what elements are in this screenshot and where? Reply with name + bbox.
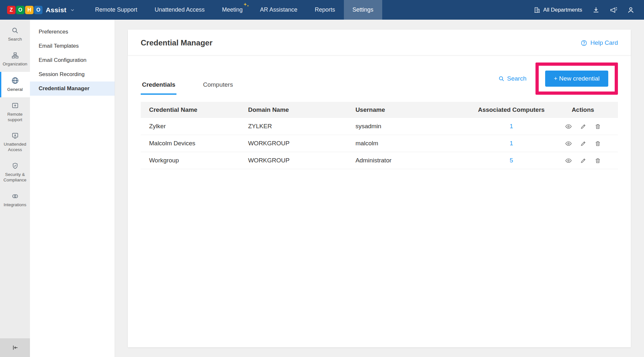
zoho-logo-letter: Z bbox=[7, 6, 15, 14]
submenu-item-email-templates[interactable]: Email Templates bbox=[30, 39, 115, 53]
zoho-logo: Z O H O bbox=[7, 6, 43, 14]
icon-sidebar: Search Organization General Remote suppo… bbox=[0, 20, 30, 357]
view-icon[interactable] bbox=[565, 123, 572, 130]
settings-submenu: Preferences Email Templates Email Config… bbox=[30, 20, 115, 357]
sidebar-item-label: Search bbox=[8, 37, 22, 42]
search-icon bbox=[12, 27, 19, 34]
table-row: Malcolm Devices WORKGROUP malcolm 1 bbox=[141, 135, 618, 152]
zoho-logo-letter: O bbox=[16, 6, 24, 14]
globe-icon bbox=[11, 77, 19, 84]
shield-icon bbox=[12, 162, 19, 169]
sidebar-item-label: General bbox=[7, 87, 23, 92]
zoho-logo-letter: H bbox=[25, 6, 33, 14]
top-navigation-bar: Z O H O Assist Remote Support Unattended… bbox=[0, 0, 644, 20]
collapse-sidebar-button[interactable] bbox=[0, 338, 30, 357]
page-title: Credential Manager bbox=[141, 38, 213, 47]
unattended-access-icon bbox=[12, 132, 19, 139]
cell-username: malcolm bbox=[355, 140, 475, 147]
sidebar-item-label: Remote support bbox=[2, 112, 28, 123]
toolbar: Credentials Computers Search + New crede… bbox=[128, 55, 631, 95]
credential-manager-card: Credential Manager Help Card Credentials… bbox=[128, 30, 631, 347]
tab-computers[interactable]: Computers bbox=[202, 78, 234, 95]
announcement-icon[interactable] bbox=[610, 6, 617, 14]
cell-credential-name: Malcolm Devices bbox=[141, 140, 248, 147]
download-icon[interactable] bbox=[592, 6, 600, 14]
sidebar-item-integrations[interactable]: Integrations bbox=[0, 188, 30, 213]
sidebar-item-general[interactable]: General bbox=[0, 72, 30, 97]
column-header-domain-name: Domain Name bbox=[248, 106, 355, 113]
column-header-associated-computers: Associated Computers bbox=[475, 106, 551, 113]
nav-meeting-label: Meeting bbox=[222, 6, 242, 13]
submenu-item-preferences[interactable]: Preferences bbox=[30, 25, 115, 39]
cell-domain-name: ZYLKER bbox=[248, 123, 355, 130]
collapse-icon bbox=[12, 344, 19, 351]
sidebar-item-organization[interactable]: Organization bbox=[0, 47, 30, 72]
nav-meeting[interactable]: Meeting bbox=[213, 0, 251, 20]
card-header: Credential Manager Help Card bbox=[128, 30, 631, 55]
nav-remote-support[interactable]: Remote Support bbox=[86, 0, 146, 20]
annotation-highlight: + New credential bbox=[535, 63, 618, 95]
search-icon bbox=[498, 76, 505, 82]
brand: Z O H O Assist bbox=[0, 0, 86, 20]
sidebar-item-label: Organization bbox=[3, 62, 27, 67]
help-circle-icon bbox=[581, 40, 587, 46]
view-icon[interactable] bbox=[565, 140, 572, 147]
sidebar-item-label: Security & Compliance bbox=[2, 172, 28, 183]
tab-credentials[interactable]: Credentials bbox=[141, 78, 176, 95]
nav-unattended-access[interactable]: Unattended Access bbox=[146, 0, 213, 20]
sidebar-item-label: Unattended Access bbox=[2, 142, 28, 153]
chevron-down-icon[interactable] bbox=[70, 8, 75, 12]
help-card-link[interactable]: Help Card bbox=[581, 39, 618, 46]
column-header-username: Username bbox=[355, 106, 475, 113]
associated-computers-link[interactable]: 5 bbox=[510, 157, 513, 164]
cell-domain-name: WORKGROUP bbox=[248, 157, 355, 164]
edit-icon[interactable] bbox=[580, 123, 586, 130]
edit-icon[interactable] bbox=[580, 157, 586, 164]
product-name: Assist bbox=[46, 6, 66, 14]
submenu-item-credential-manager[interactable]: Credential Manager bbox=[30, 82, 115, 96]
table-header-row: Credential Name Domain Name Username Ass… bbox=[141, 102, 618, 118]
main-nav: Remote Support Unattended Access Meeting… bbox=[86, 0, 382, 20]
sidebar-item-unattended-access[interactable]: Unattended Access bbox=[0, 127, 30, 158]
search-label: Search bbox=[507, 75, 526, 82]
sidebar-item-remote-support[interactable]: Remote support bbox=[0, 97, 30, 128]
main-content: Credential Manager Help Card Credentials… bbox=[115, 20, 644, 357]
table-row: Zylker ZYLKER sysadmin 1 bbox=[141, 118, 618, 135]
associated-computers-link[interactable]: 1 bbox=[510, 140, 513, 147]
delete-icon[interactable] bbox=[595, 140, 601, 147]
new-credential-button[interactable]: + New credential bbox=[545, 71, 608, 87]
sidebar-item-security-compliance[interactable]: Security & Compliance bbox=[0, 158, 30, 188]
cell-username: sysadmin bbox=[355, 123, 475, 130]
nav-settings[interactable]: Settings bbox=[344, 0, 382, 20]
tabs: Credentials Computers bbox=[141, 78, 234, 95]
toolbar-right: Search + New credential bbox=[498, 63, 618, 95]
submenu-item-email-configuration[interactable]: Email Configuration bbox=[30, 53, 115, 67]
user-icon[interactable] bbox=[627, 6, 634, 14]
help-card-label: Help Card bbox=[590, 39, 618, 46]
nav-reports[interactable]: Reports bbox=[306, 0, 344, 20]
cell-credential-name: Workgroup bbox=[141, 157, 248, 164]
associated-computers-link[interactable]: 1 bbox=[510, 123, 513, 130]
delete-icon[interactable] bbox=[595, 123, 601, 130]
view-icon[interactable] bbox=[565, 157, 572, 164]
remote-support-icon bbox=[12, 102, 19, 109]
cell-domain-name: WORKGROUP bbox=[248, 140, 355, 147]
organization-icon bbox=[12, 52, 19, 59]
credentials-table: Credential Name Domain Name Username Ass… bbox=[141, 102, 618, 169]
nav-ar-assistance[interactable]: AR Assistance bbox=[251, 0, 306, 20]
building-icon bbox=[534, 7, 540, 13]
topnav-right: All Departments bbox=[534, 0, 644, 20]
edit-icon[interactable] bbox=[580, 140, 586, 147]
zoho-logo-letter: O bbox=[34, 6, 43, 14]
sidebar-item-label: Integrations bbox=[4, 202, 26, 208]
cell-credential-name: Zylker bbox=[141, 123, 248, 130]
delete-icon[interactable] bbox=[595, 157, 601, 164]
table-row: Workgroup WORKGROUP Administrator 5 bbox=[141, 152, 618, 169]
integrations-icon bbox=[12, 193, 19, 200]
departments-selector[interactable]: All Departments bbox=[534, 7, 582, 13]
table-search-button[interactable]: Search bbox=[498, 75, 526, 82]
submenu-item-session-recording[interactable]: Session Recording bbox=[30, 67, 115, 82]
column-header-credential-name: Credential Name bbox=[141, 106, 248, 113]
column-header-actions: Actions bbox=[551, 106, 618, 113]
sidebar-item-search[interactable]: Search bbox=[0, 22, 30, 47]
